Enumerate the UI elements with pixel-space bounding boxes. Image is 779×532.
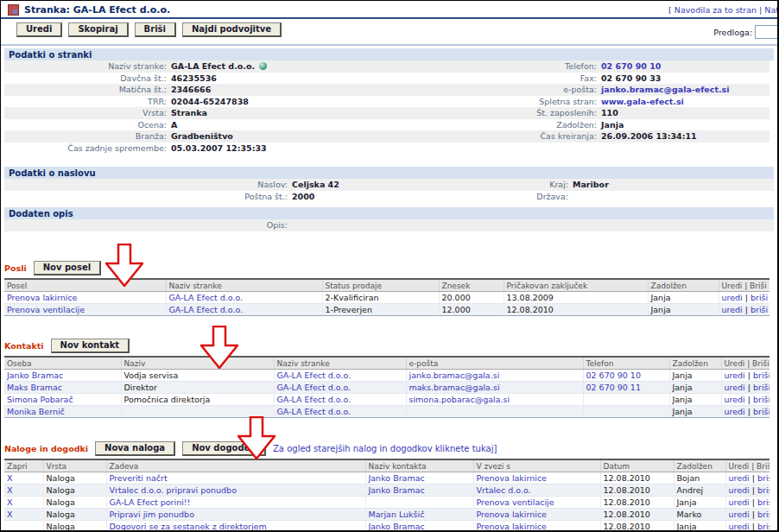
v_zvezi_s-link[interactable]: Prenova lakirnice — [477, 473, 547, 483]
zapri-link[interactable]: X — [7, 485, 13, 495]
telefon-link[interactable]: 02 670 90 11 — [586, 383, 641, 392]
zadeva-link[interactable]: Preveriti načrt — [110, 473, 168, 483]
toolbar: Uredi Skopiraj Briši Najdi podvojitve Pr… — [1, 19, 777, 43]
naziv_kontakta-link[interactable]: Marjan Lukšič — [369, 510, 425, 519]
cell-zadeva: Preveriti načrt — [106, 472, 365, 484]
cell-vrsta: Naloga — [43, 472, 106, 484]
cell-zadeva: Vrtalec d.o.o. pripravi ponudbo — [106, 484, 365, 496]
v_zvezi_s-link[interactable]: Prenova ventilacije — [477, 497, 554, 507]
cell-znesek: 20.000 — [439, 291, 504, 303]
naziv_stranke-link[interactable]: GA-LA Efect d.o.o. — [277, 383, 352, 392]
naziv_stranke-link[interactable]: GA-LA Efect d.o.o. — [169, 293, 244, 302]
globe-icon — [259, 62, 267, 70]
posel-link[interactable]: Prenova lakirnice — [7, 293, 77, 302]
zadeva-link[interactable]: Dogovori se za sestanek z direktorjem — [110, 522, 267, 531]
zadeva-link[interactable]: Pripravi jim ponudbo — [110, 510, 194, 519]
cell-zadolzen: Janja — [669, 381, 721, 393]
eposta-link[interactable]: maks.bramac@gala.si — [409, 383, 500, 392]
table-header-row: ZapriVrstaZadevaNaziv kontaktaV zvezi sD… — [4, 459, 770, 472]
cell-zadolzen: Janja — [674, 496, 725, 508]
eposta-link[interactable]: janko.bramac@gala.si — [409, 370, 500, 380]
nov-posel-button[interactable]: Nov posel — [34, 261, 101, 276]
uredi-link[interactable]: uredi — [729, 485, 750, 495]
cell-datum: 12.08.2010 — [600, 520, 674, 532]
brisi-link[interactable]: briši — [753, 395, 770, 404]
cell-zadolzen: Marko — [674, 508, 725, 520]
nov-kontakt-button[interactable]: Nov kontakt — [51, 339, 130, 353]
deals-section-label: Posli — [4, 263, 27, 273]
uredi-link[interactable]: uredi — [729, 497, 750, 507]
uredi-button[interactable]: Uredi — [16, 22, 62, 37]
cell-datum: 12.08.2010 — [600, 496, 674, 508]
naziv_stranke-link[interactable]: GA-LA Efect d.o.o. — [277, 395, 352, 404]
field-label: Vrsta: — [4, 107, 167, 119]
cell-actions: uredi | briši — [721, 405, 770, 417]
uredi-link[interactable]: uredi — [725, 370, 745, 380]
brisi-link[interactable]: briši — [757, 510, 770, 519]
naziv_kontakta-link[interactable]: Janko Bramac — [369, 485, 425, 495]
brisi-link[interactable]: briši — [757, 473, 770, 483]
oseba-link[interactable]: Monika Bernič — [7, 407, 65, 416]
posel-link[interactable]: Prenova ventilacije — [7, 305, 85, 314]
brisi-link[interactable]: briši — [757, 485, 770, 495]
predloga-input[interactable] — [755, 25, 779, 39]
col-status_prodaje: Status prodaje — [322, 279, 439, 292]
zapri-link[interactable]: X — [7, 473, 13, 483]
v_zvezi_s-link[interactable]: Vrtalec d.o.o. — [477, 485, 531, 495]
cell-eposta — [406, 405, 583, 417]
field-value: Celjska 42 — [292, 179, 391, 191]
navodila-link[interactable]: [ Navodila za to stran | Nat — [668, 5, 779, 15]
v_zvezi_s-link[interactable]: Prenova lakirnice — [477, 522, 547, 531]
uredi-link[interactable]: uredi — [729, 522, 750, 531]
nova-naloga-button[interactable]: Nova naloga — [95, 441, 175, 456]
brisi-link[interactable]: briši — [750, 293, 768, 302]
naziv_stranke-link[interactable]: GA-LA Efect d.o.o. — [169, 305, 244, 314]
client-details-right: Telefon: 02 670 90 10 Fax: 02 670 90 33 … — [391, 60, 770, 154]
cell-zapri: X — [4, 484, 43, 496]
skopiraj-button[interactable]: Skopiraj — [68, 22, 128, 37]
field-value[interactable]: 02 670 90 10 — [601, 60, 661, 73]
brisi-link[interactable]: briši — [753, 407, 770, 416]
uredi-link[interactable]: uredi — [722, 293, 743, 302]
cell-oseba: Maks Bramac — [4, 381, 121, 393]
detail-row: Opis: — [4, 219, 774, 231]
cell-zapri — [4, 520, 43, 532]
col-vrsta: Vrsta — [43, 459, 106, 472]
uredi-link[interactable]: uredi — [725, 383, 745, 392]
uredi-link[interactable]: uredi — [729, 473, 750, 483]
v_zvezi_s-link[interactable]: Prenova lakirnice — [477, 510, 547, 519]
naziv_kontakta-link[interactable]: Janko Bramac — [369, 522, 425, 531]
zapri-link[interactable]: X — [7, 510, 13, 519]
naziv_stranke-link[interactable]: GA-LA Efect d.o.o. — [277, 407, 352, 416]
zadeva-link[interactable]: GA-LA Efect porini!! — [110, 497, 191, 507]
col-zadolzen: Zadolžen — [674, 459, 725, 472]
zapri-link[interactable]: X — [7, 497, 13, 507]
oseba-link[interactable]: Maks Bramac — [7, 383, 62, 392]
field-value[interactable]: www.gala-efect.si — [601, 96, 684, 108]
telefon-link[interactable]: 02 670 90 10 — [586, 370, 641, 380]
zadeva-link[interactable]: Vrtalec d.o.o. pripravi ponudbo — [110, 485, 237, 495]
field-value[interactable]: janko.bramac@gala-efect.si — [601, 84, 730, 96]
oseba-link[interactable]: Simona Pobarač — [7, 395, 73, 404]
uredi-link[interactable]: uredi — [722, 305, 743, 314]
brisi-link[interactable]: briši — [757, 522, 770, 531]
cell-oseba: Simona Pobarač — [4, 393, 121, 405]
oseba-link[interactable]: Janko Bramac — [7, 370, 63, 380]
cell-zapri: X — [4, 508, 43, 520]
eposta-link[interactable]: simona.pobarac@gala.si — [409, 395, 510, 404]
brisi-button[interactable]: Briši — [135, 22, 176, 37]
uredi-link[interactable]: uredi — [729, 510, 750, 519]
brisi-link[interactable]: briši — [753, 370, 770, 380]
cell-naziv_stranke: GA-LA Efect d.o.o. — [274, 381, 406, 393]
brisi-link[interactable]: briši — [753, 383, 770, 392]
naziv_kontakta-link[interactable]: Janko Bramac — [369, 473, 425, 483]
older-tasks-link[interactable]: Za ogled starejših nalog in dogodkov kli… — [273, 444, 497, 453]
uredi-link[interactable]: uredi — [725, 395, 745, 404]
uredi-link[interactable]: uredi — [725, 407, 745, 416]
najdi-podvojitve-button[interactable]: Najdi podvojitve — [182, 22, 282, 37]
field-label: Branža: — [4, 130, 167, 142]
table-row: Prenova lakirniceGA-LA Efect d.o.o.2-Kva… — [4, 291, 770, 303]
naziv_stranke-link[interactable]: GA-LA Efect d.o.o. — [277, 370, 352, 380]
brisi-link[interactable]: briši — [750, 305, 768, 314]
brisi-link[interactable]: briši — [757, 497, 770, 507]
